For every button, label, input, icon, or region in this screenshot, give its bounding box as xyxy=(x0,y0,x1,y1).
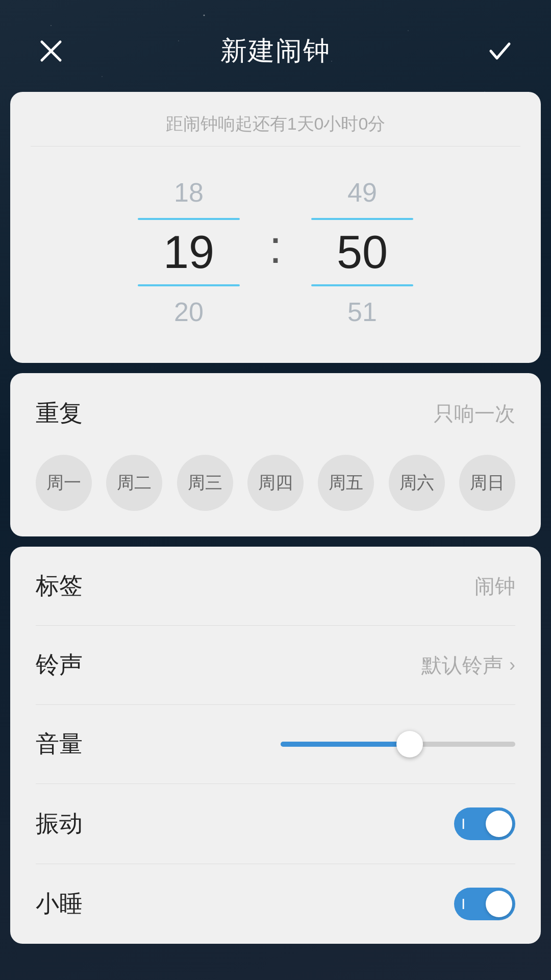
ringtone-row[interactable]: 铃声 默认铃声 › xyxy=(36,626,515,705)
close-button[interactable] xyxy=(31,31,71,71)
hour-current-wrapper: 19 xyxy=(117,218,260,286)
time-colon: : xyxy=(260,221,291,284)
weekday-sun[interactable]: 周日 xyxy=(459,455,515,511)
app-header: 新建闹钟 xyxy=(0,0,551,92)
time-picker-card: 距闹钟响起还有1天0小时0分 18 19 20 : 49 50 51 xyxy=(10,92,541,363)
slider-thumb[interactable] xyxy=(396,731,423,757)
weekday-row: 周一 周二 周三 周四 周五 周六 周日 xyxy=(36,455,515,511)
snooze-toggle-on-icon: I xyxy=(461,895,465,913)
label-row[interactable]: 标签 闹钟 xyxy=(36,547,515,626)
snooze-toggle[interactable]: I xyxy=(454,888,515,920)
toggle-knob xyxy=(486,811,512,837)
snooze-toggle-knob xyxy=(486,891,512,917)
weekday-mon[interactable]: 周一 xyxy=(36,455,92,511)
other-settings-card: 标签 闹钟 铃声 默认铃声 › 音量 振动 I 小睡 I xyxy=(10,547,541,944)
countdown-text: 距闹钟响起还有1天0小时0分 xyxy=(10,112,541,136)
minute-underline-top xyxy=(311,218,413,220)
card-divider xyxy=(31,146,520,146)
ringtone-text: 默认铃声 xyxy=(421,651,503,679)
snooze-row: 小睡 I xyxy=(36,864,515,944)
weekday-wed[interactable]: 周三 xyxy=(177,455,233,511)
weekday-thu[interactable]: 周四 xyxy=(247,455,304,511)
volume-label: 音量 xyxy=(36,728,83,760)
vibration-row: 振动 I xyxy=(36,784,515,864)
repeat-section: 重复 只响一次 周一 周二 周三 周四 周五 周六 周日 xyxy=(10,373,541,536)
volume-row: 音量 xyxy=(36,705,515,784)
minute-prev: 49 xyxy=(347,167,377,218)
page-title: 新建闹钟 xyxy=(220,33,331,69)
slider-fill xyxy=(281,742,410,747)
repeat-card: 重复 只响一次 周一 周二 周三 周四 周五 周六 周日 xyxy=(10,373,541,536)
toggle-on-icon: I xyxy=(461,815,465,832)
repeat-label: 重复 xyxy=(36,398,83,429)
repeat-value: 只响一次 xyxy=(434,400,515,428)
snooze-label: 小睡 xyxy=(36,888,83,920)
vibration-toggle[interactable]: I xyxy=(454,807,515,840)
hour-underline-top xyxy=(138,218,240,220)
slider-track xyxy=(281,742,515,747)
label-setting-value: 闹钟 xyxy=(474,572,515,600)
minute-column[interactable]: 49 50 51 xyxy=(291,167,434,337)
volume-slider[interactable] xyxy=(281,729,515,760)
time-picker-row: 18 19 20 : 49 50 51 xyxy=(10,167,541,337)
repeat-header: 重复 只响一次 xyxy=(36,398,515,429)
minute-current: 50 xyxy=(337,224,388,280)
weekday-fri[interactable]: 周五 xyxy=(318,455,374,511)
ringtone-label: 铃声 xyxy=(36,649,83,681)
hour-current: 19 xyxy=(163,224,214,280)
hour-next: 20 xyxy=(174,286,204,337)
vibration-label: 振动 xyxy=(36,808,83,840)
ringtone-value: 默认铃声 › xyxy=(421,651,515,679)
hour-prev: 18 xyxy=(174,167,204,218)
weekday-tue[interactable]: 周二 xyxy=(106,455,162,511)
weekday-sat[interactable]: 周六 xyxy=(389,455,445,511)
hour-column[interactable]: 18 19 20 xyxy=(117,167,260,337)
minute-next: 51 xyxy=(347,286,377,337)
minute-current-wrapper: 50 xyxy=(291,218,434,286)
label-setting-label: 标签 xyxy=(36,570,83,602)
ringtone-chevron-icon: › xyxy=(509,654,515,676)
confirm-button[interactable] xyxy=(480,31,520,71)
